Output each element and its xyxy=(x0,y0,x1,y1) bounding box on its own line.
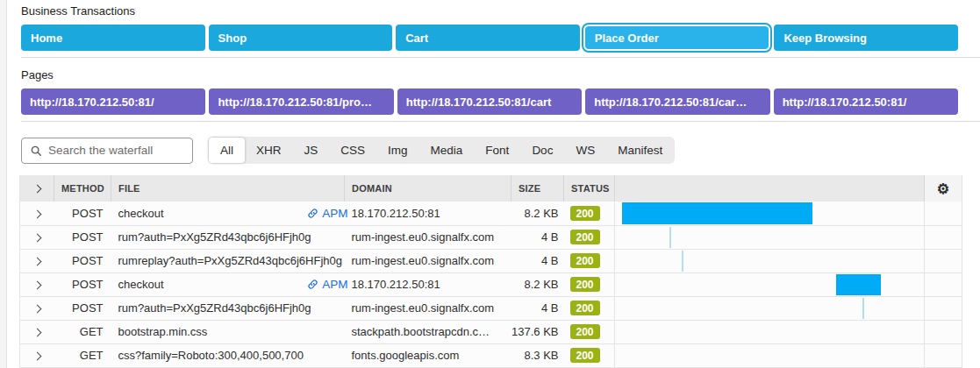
file-cell: rum?auth=PxXg5ZRd43qbc6j6HFjh0g xyxy=(111,296,345,320)
file-cell: bootstrap.min.css xyxy=(111,320,345,343)
column-header-method: METHOD xyxy=(54,175,111,202)
domain-cell: 18.170.212.50:81 xyxy=(345,272,511,296)
page-button-2[interactable]: http://18.170.212.50:81/cart xyxy=(397,88,582,115)
table-row[interactable]: POSTcheckoutAPM18.170.212.50:818.2 KB200 xyxy=(20,202,962,225)
waterfall-search[interactable] xyxy=(21,138,193,164)
filter-tab-img[interactable]: Img xyxy=(376,138,419,163)
filter-tab-all[interactable]: All xyxy=(209,138,245,163)
business-transactions-label: Business Transactions xyxy=(21,4,980,18)
method-cell: GET xyxy=(54,343,111,367)
table-row[interactable]: POSTrum?auth=PxXg5ZRd43qbc6j6HFjh0grum-i… xyxy=(20,225,962,249)
filter-tab-font[interactable]: Font xyxy=(474,138,520,163)
gear-cell xyxy=(925,225,962,249)
filter-tab-doc[interactable]: Doc xyxy=(520,138,564,163)
domain-cell: rum-ingest.eu0.signalfx.com xyxy=(345,225,511,249)
method-cell: GET xyxy=(54,320,111,343)
waterfall-bar xyxy=(622,202,812,224)
waterfall-marker xyxy=(669,227,671,248)
expand-all-chevron-icon[interactable] xyxy=(32,185,41,194)
business-transactions-row: HomeShopCartPlace OrderKeep Browsing xyxy=(21,25,958,51)
expand-chevron-icon[interactable] xyxy=(32,305,41,314)
gear-cell xyxy=(925,202,962,225)
expand-chevron-icon[interactable] xyxy=(32,258,41,266)
expand-chevron-icon[interactable] xyxy=(32,281,41,290)
transaction-button-shop[interactable]: Shop xyxy=(209,25,393,51)
expand-chevron-icon[interactable] xyxy=(32,329,41,337)
status-badge: 200 xyxy=(570,324,600,339)
domain-cell: rum-ingest.eu0.signalfx.com xyxy=(345,296,511,320)
gear-cell xyxy=(925,320,962,343)
method-cell: POST xyxy=(54,225,111,249)
link-icon xyxy=(307,208,318,219)
expand-chevron-icon[interactable] xyxy=(32,234,41,243)
column-header-status: STATUS xyxy=(564,175,615,202)
size-cell: 4 B xyxy=(511,249,564,272)
pages-row: http://18.170.212.50:81/http://18.170.21… xyxy=(21,88,958,115)
search-input[interactable] xyxy=(48,144,184,157)
settings-gear-icon[interactable]: ⚙ xyxy=(937,181,950,196)
filter-tab-js[interactable]: JS xyxy=(293,138,330,163)
file-name: rum?auth=PxXg5ZRd43qbc6j6HFjh0g xyxy=(118,230,311,244)
resource-type-filter-tabs: AllXHRJSCSSImgMediaFontDocWSManifest xyxy=(208,137,675,164)
waterfall-cell xyxy=(615,343,925,367)
waterfall-marker xyxy=(862,298,864,319)
status-badge: 200 xyxy=(570,253,600,268)
file-name: rum?auth=PxXg5ZRd43qbc6j6HFjh0g xyxy=(118,301,311,315)
file-name: checkout xyxy=(118,207,164,220)
column-header-size: SIZE xyxy=(511,175,564,202)
transaction-button-place-order[interactable]: Place Order xyxy=(583,25,771,51)
transaction-button-keep-browsing[interactable]: Keep Browsing xyxy=(774,25,958,51)
table-row[interactable]: GETcss?family=Roboto:300,400,500,700font… xyxy=(20,343,962,367)
separator xyxy=(21,57,980,58)
transaction-button-home[interactable]: Home xyxy=(21,25,205,51)
transaction-button-cart[interactable]: Cart xyxy=(396,25,580,51)
filter-tab-manifest[interactable]: Manifest xyxy=(606,138,674,163)
table-row[interactable]: POSTcheckoutAPM18.170.212.50:818.2 KB200 xyxy=(20,272,962,296)
status-cell: 200 xyxy=(564,320,615,343)
waterfall-cell xyxy=(615,249,925,272)
page-button-0[interactable]: http://18.170.212.50:81/ xyxy=(21,88,205,115)
pages-label: Pages xyxy=(21,68,980,81)
status-cell: 200 xyxy=(564,272,615,296)
page-button-3[interactable]: http://18.170.212.50:81/car… xyxy=(585,88,769,115)
status-badge: 200 xyxy=(570,230,600,244)
page-button-1[interactable]: http://18.170.212.50:81/pro… xyxy=(209,88,393,115)
gear-cell xyxy=(925,272,962,296)
table-row[interactable]: POSTrumreplay?auth=PxXg5ZRd43qbc6j6HFjh0… xyxy=(20,249,962,272)
status-cell: 200 xyxy=(564,225,615,249)
expand-chevron-icon[interactable] xyxy=(32,209,41,218)
filter-tab-ws[interactable]: WS xyxy=(564,138,606,163)
filter-tab-xhr[interactable]: XHR xyxy=(245,138,293,163)
link-icon xyxy=(307,279,318,290)
waterfall-marker xyxy=(682,251,683,272)
file-cell: css?family=Roboto:300,400,500,700 xyxy=(111,343,345,367)
size-cell: 8.3 KB xyxy=(511,343,564,367)
status-badge: 200 xyxy=(570,301,600,315)
waterfall-toolbar: AllXHRJSCSSImgMediaFontDocWSManifest xyxy=(21,137,980,164)
status-cell: 200 xyxy=(564,343,615,367)
search-icon xyxy=(30,145,42,157)
gear-cell xyxy=(925,249,962,272)
file-cell: checkoutAPM xyxy=(111,272,345,296)
file-cell: rumreplay?auth=PxXg5ZRd43qbc6j6HFjh0g xyxy=(111,249,345,272)
filter-tab-css[interactable]: CSS xyxy=(329,138,376,163)
apm-link[interactable]: APM xyxy=(307,207,347,220)
apm-link[interactable]: APM xyxy=(307,278,347,291)
domain-cell: 18.170.212.50:81 xyxy=(345,202,511,225)
file-name: bootstrap.min.css xyxy=(118,325,208,338)
status-cell: 200 xyxy=(564,296,615,320)
table-row[interactable]: GETbootstrap.min.cssstackpath.bootstrapc… xyxy=(20,320,962,343)
size-cell: 4 B xyxy=(511,296,564,320)
page-button-4[interactable]: http://18.170.212.50:81/ xyxy=(774,88,958,115)
status-cell: 200 xyxy=(564,249,615,272)
apm-link-label: APM xyxy=(322,278,347,291)
domain-cell: stackpath.bootstrapcdn.c… xyxy=(345,320,511,343)
size-cell: 4 B xyxy=(511,225,564,249)
status-badge: 200 xyxy=(570,348,600,363)
file-name: rumreplay?auth=PxXg5ZRd43qbc6j6HFjh0g xyxy=(118,254,342,267)
table-row[interactable]: POSTrum?auth=PxXg5ZRd43qbc6j6HFjh0grum-i… xyxy=(20,296,962,320)
file-cell: checkoutAPM xyxy=(111,202,345,225)
expand-chevron-icon[interactable] xyxy=(32,352,41,361)
filter-tab-media[interactable]: Media xyxy=(419,138,475,163)
column-header-waterfall xyxy=(615,175,925,202)
